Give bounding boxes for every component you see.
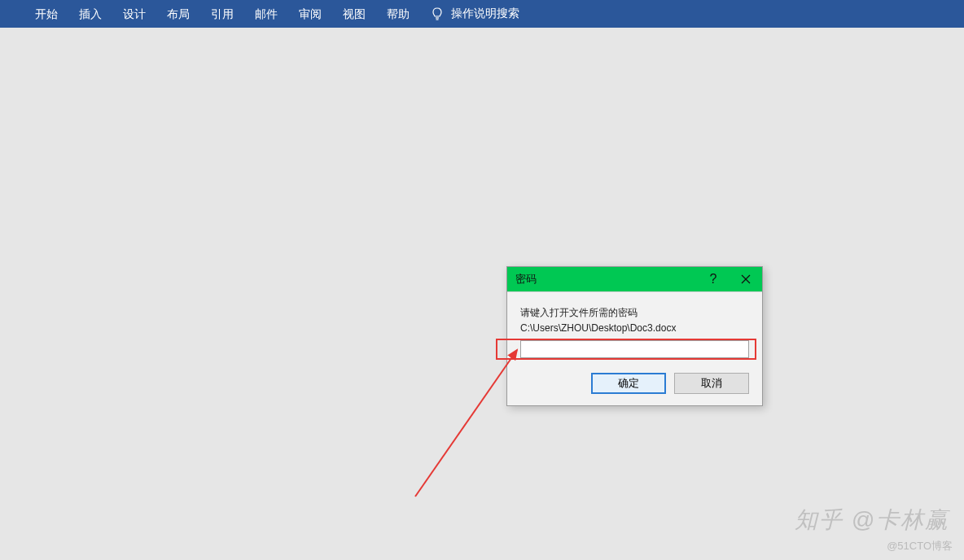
svg-line-5 [415,350,517,497]
dialog-close-button[interactable] [730,267,762,291]
dialog-help-button[interactable]: ? [697,267,730,291]
ribbon-tab-layout[interactable]: 布局 [156,0,200,28]
ribbon-tab-insert[interactable]: 插入 [68,0,112,28]
ribbon-tab-design[interactable]: 设计 [112,0,156,28]
close-icon [741,274,751,284]
password-input-wrap [520,340,749,358]
ribbon-tab-review[interactable]: 审阅 [288,0,332,28]
ribbon-tab-help[interactable]: 帮助 [376,0,420,28]
watermark-sub: @51CTO博客 [887,539,953,553]
ribbon-tab-references[interactable]: 引用 [200,0,244,28]
password-input[interactable] [520,340,749,358]
dialog-prompt: 请键入打开文件所需的密码 C:\Users\ZHOU\Desktop\Doc3.… [520,305,749,335]
dialog-title: 密码 [507,272,537,287]
ribbon-tab-view[interactable]: 视图 [332,0,376,28]
dialog-prompt-line2: C:\Users\ZHOU\Desktop\Doc3.docx [520,322,676,334]
dialog-titlebar[interactable]: 密码 ? [507,267,762,291]
dialog-body: 请键入打开文件所需的密码 C:\Users\ZHOU\Desktop\Doc3.… [507,291,762,405]
ok-button[interactable]: 确定 [591,373,666,394]
cancel-button[interactable]: 取消 [674,373,749,394]
tell-me-label: 操作说明搜索 [451,7,519,21]
password-dialog: 密码 ? 请键入打开文件所需的密码 C:\Users\ZHOU\Desktop\… [506,266,763,406]
ribbon-bar: 开始 插入 设计 布局 引用 邮件 审阅 视图 帮助 操作说明搜索 [0,0,964,28]
tell-me-search[interactable]: 操作说明搜索 [432,7,519,21]
dialog-prompt-line1: 请键入打开文件所需的密码 [520,307,638,318]
lightbulb-icon [432,7,443,21]
ribbon-tab-mailings[interactable]: 邮件 [244,0,288,28]
ribbon-tab-home[interactable]: 开始 [24,0,68,28]
dialog-button-row: 确定 取消 [520,373,749,394]
watermark-main: 知乎 @卡林赢 [795,505,949,536]
